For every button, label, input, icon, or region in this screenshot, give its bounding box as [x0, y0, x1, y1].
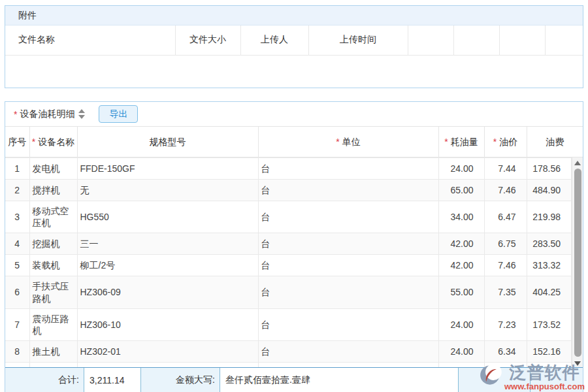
cell-model[interactable]: 无 [77, 180, 258, 201]
cell-price[interactable]: 7.23 [484, 308, 527, 340]
cell-unit[interactable]: 台 [258, 341, 438, 363]
required-asterisk: * [14, 109, 17, 120]
fuel-detail-title-row: * 设备油耗明细 导出 [5, 102, 583, 126]
cell-consumption[interactable]: 24.00 [438, 308, 484, 340]
table-row[interactable]: 5 装载机 柳工/2号 台 42.00 7.46 313.32 [5, 255, 572, 276]
cell-unit[interactable]: 台 [258, 158, 438, 180]
attachments-col-filename: 文件名称 [5, 25, 175, 55]
spinner-control[interactable] [76, 108, 87, 120]
cell-equipment-name[interactable]: 手扶式压路机 [29, 276, 77, 308]
cell-no: 4 [5, 233, 29, 255]
table-row[interactable]: 4 挖掘机 三一 台 42.00 6.75 283.50 [5, 233, 572, 255]
table-row[interactable]: 2 搅拌机 无 台 65.00 7.46 484.90 [5, 180, 572, 201]
cell-consumption[interactable]: 34.00 [438, 201, 484, 233]
attachments-panel-title: 附件 [5, 6, 583, 25]
cell-consumption[interactable]: 55.00 [438, 276, 484, 308]
brand-url: www.fanpusoft.com [504, 382, 585, 391]
cell-consumption[interactable]: 65.00 [438, 180, 484, 201]
fuel-col-consumption: *耗油量 [438, 127, 484, 157]
export-button[interactable]: 导出 [99, 105, 138, 123]
cell-price[interactable]: 6.75 [484, 233, 527, 255]
cell-cost[interactable]: 173.52 [527, 308, 572, 340]
cell-price[interactable]: 6.47 [484, 201, 527, 233]
cell-no: 6 [5, 276, 29, 308]
cell-price[interactable]: 7.35 [484, 276, 527, 308]
cell-cost[interactable]: 283.50 [527, 233, 572, 255]
amount-words-value: 叁仟贰佰壹拾壹.壹肆 [220, 368, 459, 392]
cell-equipment-name[interactable]: 挖掘机 [29, 233, 77, 255]
cell-unit[interactable]: 台 [258, 201, 438, 233]
attachments-table: 文件名称 文件大小 上传人 上传时间 [5, 25, 583, 56]
cell-unit[interactable]: 台 [258, 180, 438, 201]
cell-equipment-name[interactable]: 推土机 [29, 341, 77, 363]
scroll-up-icon[interactable] [574, 161, 581, 165]
cell-equipment-name[interactable]: 移动式空压机 [29, 201, 77, 233]
required-asterisk: * [444, 137, 448, 147]
fuel-col-name: *设备名称 [29, 127, 77, 157]
spinner-down-icon[interactable] [78, 115, 85, 119]
fuel-detail-title: 设备油耗明细 [20, 108, 74, 120]
fuel-table-body: 1 发电机 FFDE-150GF 台 24.00 7.44 178.56 2 搅… [5, 158, 572, 363]
fuel-col-unit: *单位 [258, 127, 438, 157]
cell-no: 7 [5, 308, 29, 340]
required-asterisk: * [32, 137, 35, 147]
cell-unit[interactable]: 台 [258, 233, 438, 255]
page: 附件 文件名称 文件大小 上传人 上传时间 * 设备油耗明细 [0, 0, 588, 392]
cell-cost[interactable]: 313.32 [527, 255, 572, 276]
cell-price[interactable]: 7.46 [484, 255, 527, 276]
fuel-col-price: *油价 [484, 127, 527, 157]
cell-cost[interactable]: 219.98 [527, 201, 572, 233]
cell-equipment-name[interactable]: 搅拌机 [29, 180, 77, 201]
required-asterisk: * [493, 137, 497, 147]
table-row[interactable]: 7 震动压路机 HZ306-10 台 24.00 7.23 173.52 [5, 308, 572, 340]
cell-no: 3 [5, 201, 29, 233]
cell-no: 1 [5, 158, 29, 180]
cell-cost[interactable]: 404.25 [527, 276, 572, 308]
cell-price[interactable]: 6.34 [484, 341, 527, 363]
cell-model[interactable]: HG550 [77, 201, 258, 233]
cell-model[interactable]: 柳工/2号 [77, 255, 258, 276]
table-row[interactable]: 8 推土机 HZ302-01 台 24.00 6.34 152.16 [5, 341, 572, 363]
cell-model[interactable]: HZ306-09 [77, 276, 258, 308]
amount-words-label: 金额大写: [141, 368, 220, 392]
cell-cost[interactable]: 484.90 [527, 180, 572, 201]
cell-consumption[interactable]: 24.00 [438, 158, 484, 180]
cell-no: 2 [5, 180, 29, 201]
table-row[interactable]: 1 发电机 FFDE-150GF 台 24.00 7.44 178.56 [5, 158, 572, 180]
attachments-col-filesize: 文件大小 [175, 25, 240, 55]
fuel-col-cost: 油费 [527, 127, 583, 157]
table-row[interactable]: 6 手扶式压路机 HZ306-09 台 55.00 7.35 404.25 [5, 276, 572, 308]
cell-price[interactable]: 7.44 [484, 158, 527, 180]
table-row[interactable]: 3 移动式空压机 HG550 台 34.00 6.47 219.98 [5, 201, 572, 233]
scrollbar-thumb[interactable] [574, 169, 581, 357]
total-value: 3,211.14 [84, 368, 141, 392]
cell-equipment-name[interactable]: 装载机 [29, 255, 77, 276]
fuel-col-no: 序号 [5, 127, 29, 157]
cell-unit[interactable]: 台 [258, 308, 438, 340]
cell-consumption[interactable]: 24.00 [438, 341, 484, 363]
attachments-col-empty-1 [408, 25, 453, 55]
attachments-col-empty-2 [453, 25, 499, 55]
attachments-col-uploadtime: 上传时间 [308, 25, 408, 55]
cell-consumption[interactable]: 42.00 [438, 255, 484, 276]
total-label: 合计: [5, 368, 84, 392]
spinner-up-icon[interactable] [78, 109, 85, 113]
fanpu-logo-icon [480, 364, 503, 386]
cell-consumption[interactable]: 42.00 [438, 233, 484, 255]
cell-cost[interactable]: 178.56 [527, 158, 572, 180]
cell-equipment-name[interactable]: 震动压路机 [29, 308, 77, 340]
cell-model[interactable]: HZ302-01 [77, 341, 258, 363]
cell-equipment-name[interactable]: 发电机 [29, 158, 77, 180]
cell-cost[interactable]: 152.16 [527, 341, 572, 363]
attachments-col-uploader: 上传人 [240, 25, 308, 55]
fuel-table: 1 发电机 FFDE-150GF 台 24.00 7.44 178.56 2 搅… [5, 157, 572, 368]
cell-unit[interactable]: 台 [258, 276, 438, 308]
cell-model[interactable]: 三一 [77, 233, 258, 255]
cell-unit[interactable]: 台 [258, 255, 438, 276]
vertical-scrollbar[interactable] [572, 157, 583, 368]
cell-price[interactable]: 7.46 [484, 180, 527, 201]
cell-model[interactable]: FFDE-150GF [77, 158, 258, 180]
cell-no: 8 [5, 341, 29, 363]
fuel-detail-panel: * 设备油耗明细 导出 序号 *设备名称 规格型号 *单位 *耗油量 *油价 油… [5, 101, 583, 392]
cell-model[interactable]: HZ306-10 [77, 308, 258, 340]
